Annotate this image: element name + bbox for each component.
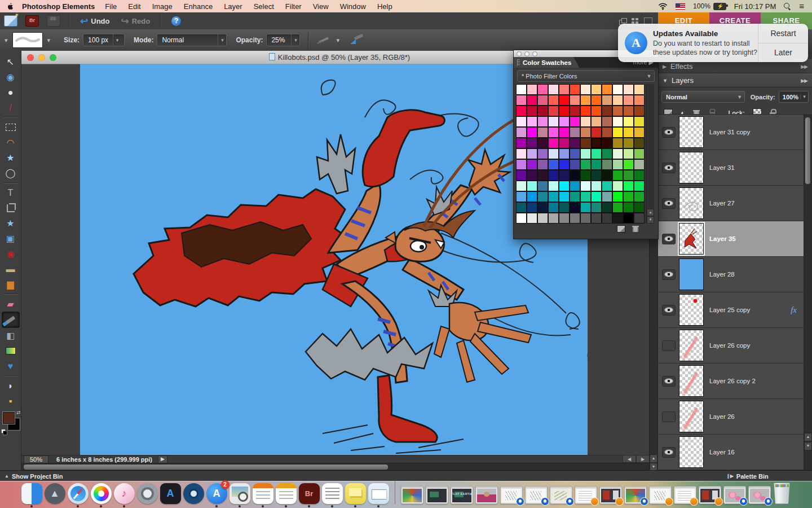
- tile-windows-icon[interactable]: [632, 18, 639, 24]
- battery-indicator[interactable]: 100% ⚡: [693, 2, 726, 10]
- color-swatch[interactable]: [548, 138, 559, 148]
- color-swatch[interactable]: [537, 106, 548, 116]
- color-swatch[interactable]: [602, 170, 612, 181]
- mode-dropdown-icon[interactable]: ▾: [218, 34, 226, 46]
- color-swatch[interactable]: [570, 170, 580, 181]
- swatch-scroll-down-button[interactable]: ▼: [647, 216, 654, 224]
- layer-row[interactable]: Layer 27: [658, 186, 805, 221]
- finder-dock-item[interactable]: [21, 483, 42, 504]
- status-popup-arrow-icon[interactable]: ▶: [158, 456, 167, 463]
- scroll-up-button[interactable]: ▲: [650, 454, 657, 463]
- color-swatch[interactable]: [537, 95, 548, 106]
- color-swatch[interactable]: [602, 95, 612, 106]
- color-swatch[interactable]: [527, 170, 537, 181]
- color-swatch[interactable]: [602, 191, 612, 202]
- color-swatch[interactable]: [612, 202, 623, 213]
- mode-select[interactable]: Normal▾: [157, 34, 227, 46]
- music-dock-item[interactable]: ♪: [114, 483, 135, 504]
- swatches-tab[interactable]: Color Swatches: [514, 57, 579, 68]
- color-swatch[interactable]: [537, 116, 548, 127]
- min-window-flower-1-dock-item[interactable]: [723, 486, 746, 504]
- color-swatch[interactable]: [559, 138, 570, 148]
- menu-app-name[interactable]: Photoshop Elements: [22, 2, 95, 11]
- layer-row[interactable]: Layer 31: [658, 150, 805, 186]
- color-swatch[interactable]: [634, 181, 645, 191]
- color-swatch[interactable]: [591, 116, 602, 127]
- menu-item-edit[interactable]: Edit: [122, 2, 146, 11]
- color-swatch[interactable]: [602, 181, 612, 191]
- color-swatch[interactable]: [580, 170, 591, 181]
- color-swatch[interactable]: [580, 84, 591, 95]
- color-swatch[interactable]: [634, 159, 645, 170]
- color-swatch[interactable]: [634, 84, 645, 95]
- color-swatch[interactable]: [527, 106, 537, 116]
- color-swatch[interactable]: [612, 170, 623, 181]
- layer-row[interactable]: Layer 31 copy: [658, 115, 805, 150]
- canvas[interactable]: [80, 64, 588, 455]
- color-swatch[interactable]: [623, 106, 634, 116]
- layer-name[interactable]: Layer 26 copy 2: [709, 378, 756, 384]
- new-swatch-icon[interactable]: [617, 225, 625, 233]
- color-swatch[interactable]: [591, 84, 602, 95]
- min-window-panel-dock-item[interactable]: [699, 486, 721, 504]
- color-swatch[interactable]: [580, 213, 591, 224]
- layers-panel-header[interactable]: ▼ Layers ▶▶: [658, 73, 812, 87]
- color-swatch[interactable]: [634, 148, 645, 159]
- color-swatch[interactable]: [570, 138, 580, 148]
- color-swatch[interactable]: [612, 213, 623, 224]
- min-window-text-doc-dock-item[interactable]: [674, 486, 696, 504]
- color-swatch[interactable]: [559, 191, 570, 202]
- brush-tool[interactable]: [2, 312, 20, 328]
- color-swatch[interactable]: [516, 202, 527, 213]
- color-swatch[interactable]: [612, 116, 623, 127]
- min-window-notes-dock-item[interactable]: [575, 486, 597, 504]
- delete-swatch-icon[interactable]: [632, 225, 639, 232]
- color-swatch[interactable]: [570, 106, 580, 116]
- color-swatch[interactable]: [580, 95, 591, 106]
- layer-fx-badge[interactable]: fx: [791, 305, 797, 315]
- color-swatch[interactable]: [559, 106, 570, 116]
- layer-thumbnail[interactable]: [679, 223, 704, 255]
- quick-selection-tool[interactable]: ◯: [2, 165, 19, 181]
- color-swatch[interactable]: [537, 170, 548, 181]
- color-swatch[interactable]: [516, 116, 527, 127]
- color-swatch[interactable]: [559, 159, 570, 170]
- menu-item-image[interactable]: Image: [147, 2, 178, 11]
- tablet-pressure-brush-icon[interactable]: [350, 34, 364, 46]
- color-swatch[interactable]: [527, 202, 537, 213]
- layer-visibility-toggle[interactable]: [662, 376, 676, 387]
- color-swatch[interactable]: [623, 138, 634, 148]
- color-swatch[interactable]: [516, 181, 527, 191]
- color-swatch[interactable]: [559, 181, 570, 191]
- color-swatch[interactable]: [570, 213, 580, 224]
- magic-wand-tool[interactable]: ★: [2, 150, 19, 165]
- layers-opacity-input[interactable]: 100%▼: [779, 91, 809, 103]
- color-swatch[interactable]: [634, 116, 645, 127]
- wifi-icon[interactable]: [658, 3, 668, 10]
- layer-thumbnail[interactable]: [679, 152, 704, 183]
- default-colors-icon[interactable]: [1, 429, 7, 435]
- move-tool[interactable]: ↖: [2, 54, 19, 69]
- color-swatch[interactable]: [516, 159, 527, 170]
- color-swatch[interactable]: [591, 138, 602, 148]
- color-swatch[interactable]: [537, 148, 548, 159]
- airbrush-icon[interactable]: [317, 35, 332, 45]
- layer-name[interactable]: Layer 16: [709, 449, 735, 456]
- color-swatch[interactable]: [548, 84, 559, 95]
- color-swatch[interactable]: [602, 138, 612, 148]
- color-swatch[interactable]: [516, 127, 527, 138]
- panel-menu-icon[interactable]: ▶▶: [801, 64, 807, 69]
- color-swatch[interactable]: [559, 84, 570, 95]
- redo-button[interactable]: ↪Redo: [115, 15, 156, 27]
- layer-name[interactable]: Layer 26 copy: [709, 342, 750, 349]
- layer-name[interactable]: Layer 31: [709, 164, 735, 171]
- color-swatch[interactable]: [537, 84, 548, 95]
- color-swatch[interactable]: [559, 116, 570, 127]
- clone-stamp-tool[interactable]: ▆: [2, 277, 19, 292]
- horizontal-scrollbar[interactable]: [21, 463, 650, 471]
- layer-thumbnail[interactable]: [679, 365, 704, 397]
- blend-mode-select[interactable]: Normal▼: [661, 91, 745, 103]
- healing-brush-tool[interactable]: ▬: [2, 261, 19, 277]
- layers-scrollbar-thumb[interactable]: [805, 117, 810, 184]
- opacity-input[interactable]: 25%▾: [266, 34, 300, 46]
